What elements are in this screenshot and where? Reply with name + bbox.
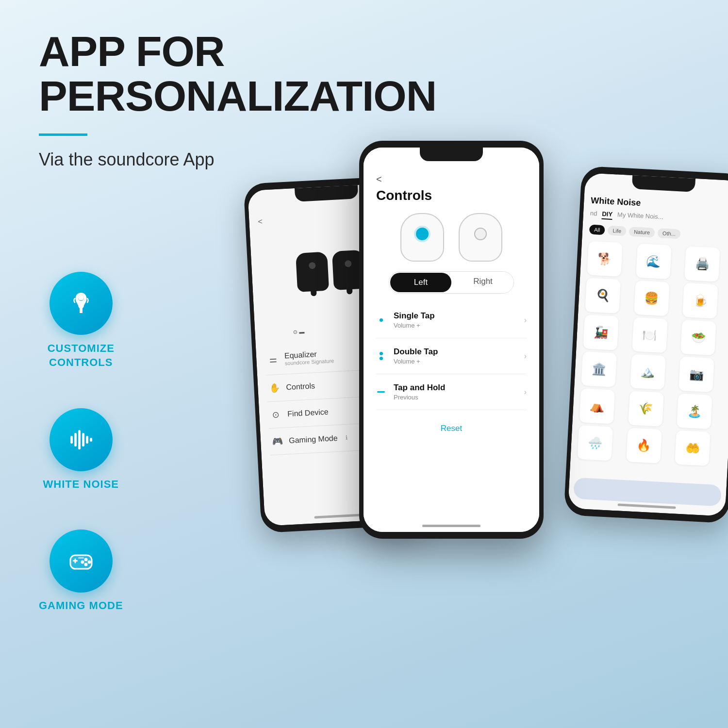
white-noise-grid: 🐕 🌊 🖨️ 🍳 🍔 🍺 🚂 🍽️ 🥗 🏛️ 🏔️ 📷 ⛺ 🌾 🏝️ � xyxy=(577,241,728,467)
double-tap-dot-1 xyxy=(380,352,383,355)
wn-item-3[interactable]: 🍳 xyxy=(585,278,621,314)
wn-tab-find[interactable]: nd xyxy=(590,210,597,219)
feature-circle-gaming xyxy=(50,529,113,593)
sound-wave-icon xyxy=(66,425,96,454)
tap-hold-sub: Previous xyxy=(394,394,524,401)
wn-item-1[interactable]: 🌊 xyxy=(636,244,672,280)
wn-item-12[interactable]: ⛺ xyxy=(579,388,615,424)
wn-item-8[interactable]: 🥗 xyxy=(680,320,716,356)
phone-center-screen: < Controls xyxy=(364,148,539,532)
single-tap-label: Single Tap xyxy=(394,311,524,321)
gaming-mode-icon: 🎮 xyxy=(271,436,283,447)
white-noise-filters: All Life Nature Oth... xyxy=(589,225,728,242)
feature-label-white-noise: WHITE NOISE xyxy=(43,478,119,491)
filter-other[interactable]: Oth... xyxy=(658,228,681,239)
single-tap-item[interactable]: Single Tap Volume + › xyxy=(376,302,527,338)
gamepad-icon xyxy=(66,546,96,576)
controls-screen-content: < Controls xyxy=(364,148,539,532)
white-noise-tabs: nd DIY My White Nois... xyxy=(590,210,728,226)
phone-right: White Noise nd DIY My White Nois... All … xyxy=(563,166,728,524)
accent-line xyxy=(39,133,87,136)
double-tap-indicator xyxy=(376,352,386,360)
svg-point-13 xyxy=(81,561,84,564)
wn-item-11[interactable]: 📷 xyxy=(678,357,714,393)
feature-label-gaming: GAMING MODE xyxy=(39,599,123,612)
single-tap-dot xyxy=(380,318,383,322)
svg-point-11 xyxy=(84,558,87,562)
svg-rect-4 xyxy=(82,433,84,447)
double-tap-chevron: › xyxy=(524,352,527,361)
find-device-icon: ⊙ xyxy=(270,409,282,420)
single-tap-chevron: › xyxy=(524,316,527,325)
single-tap-indicator xyxy=(376,318,386,322)
wn-item-4[interactable]: 🍔 xyxy=(634,281,670,316)
controls-title: Controls xyxy=(376,188,527,203)
tap-hold-dash xyxy=(377,391,385,393)
wn-item-14[interactable]: 🏝️ xyxy=(677,394,712,430)
left-earbud-illustration xyxy=(400,213,444,262)
svg-point-12 xyxy=(87,561,91,564)
controls-label: Controls xyxy=(286,381,315,392)
tap-hold-chevron: › xyxy=(524,388,527,397)
earbud-left-img xyxy=(296,252,329,292)
phones-container: < xyxy=(252,141,728,675)
filter-nature[interactable]: Nature xyxy=(629,227,655,238)
filter-all[interactable]: All xyxy=(589,225,605,235)
double-tap-label: Double Tap xyxy=(394,347,524,357)
double-tap-sub: Volume + xyxy=(394,358,524,365)
feature-circle-white-noise xyxy=(50,408,113,471)
gaming-mode-label: Gaming Mode xyxy=(289,434,338,445)
left-tab[interactable]: Left xyxy=(390,273,451,292)
wn-tab-diy[interactable]: DIY xyxy=(602,210,613,220)
wn-item-10[interactable]: 🏔️ xyxy=(630,354,666,390)
white-noise-content: White Noise nd DIY My White Nois... All … xyxy=(568,173,728,516)
feature-gaming: GAMING MODE xyxy=(39,529,123,612)
svg-rect-3 xyxy=(78,430,81,449)
wn-item-5[interactable]: 🍺 xyxy=(682,283,718,319)
single-tap-sub: Volume + xyxy=(394,322,524,329)
controls-back-arrow[interactable]: < xyxy=(376,174,527,185)
double-tap-item[interactable]: Double Tap Volume + › xyxy=(376,338,527,374)
svg-rect-10 xyxy=(74,559,76,563)
white-noise-bottom-bar xyxy=(573,478,722,507)
svg-rect-15 xyxy=(78,557,84,559)
tap-hold-indicator xyxy=(376,391,386,393)
wn-item-0[interactable]: 🐕 xyxy=(587,241,623,277)
earbuds-illustration-row xyxy=(376,213,527,262)
right-earbud-illustration xyxy=(459,213,502,262)
wn-item-16[interactable]: 🔥 xyxy=(626,428,662,463)
feature-label-customize: CUSTOMIZECONTROLS xyxy=(48,342,115,369)
svg-point-0 xyxy=(78,295,84,300)
svg-rect-5 xyxy=(86,436,88,444)
svg-rect-6 xyxy=(90,438,92,442)
wn-item-15[interactable]: 🌧️ xyxy=(577,425,613,461)
svg-point-14 xyxy=(84,563,87,566)
right-tab[interactable]: Right xyxy=(452,272,513,293)
wn-item-2[interactable]: 🖨️ xyxy=(684,246,720,282)
title-line2: PERSONALIZATION xyxy=(39,72,436,120)
feature-circle-customize xyxy=(50,272,113,335)
wn-item-17[interactable]: 🤲 xyxy=(675,430,711,466)
controls-icon: ✋ xyxy=(268,382,281,394)
wn-item-7[interactable]: 🍽️ xyxy=(632,317,668,353)
features-column: CUSTOMIZECONTROLS WHITE NOISE xyxy=(39,272,123,612)
center-phone-bottom-bar xyxy=(422,525,480,527)
tap-hold-item[interactable]: Tap and Hold Previous › xyxy=(376,374,527,410)
feature-white-noise: WHITE NOISE xyxy=(39,408,123,491)
svg-rect-2 xyxy=(74,433,77,447)
wn-tab-my[interactable]: My White Nois... xyxy=(617,211,663,223)
touch-icon xyxy=(66,289,96,318)
gaming-info-icon: ℹ xyxy=(345,434,348,441)
lr-toggle[interactable]: Left Right xyxy=(389,271,514,294)
center-phone-notch xyxy=(420,148,483,161)
wn-item-13[interactable]: 🌾 xyxy=(628,391,664,427)
title-line1: APP FOR xyxy=(39,27,225,75)
svg-rect-1 xyxy=(70,436,73,444)
feature-customize: CUSTOMIZECONTROLS xyxy=(39,272,123,369)
main-title: APP FOR PERSONALIZATION xyxy=(39,29,379,119)
wn-item-6[interactable]: 🚂 xyxy=(583,314,619,350)
reset-button[interactable]: Reset xyxy=(376,424,527,433)
filter-life[interactable]: Life xyxy=(608,226,627,236)
equalizer-icon: ⚌ xyxy=(267,354,279,365)
wn-item-9[interactable]: 🏛️ xyxy=(581,351,617,387)
